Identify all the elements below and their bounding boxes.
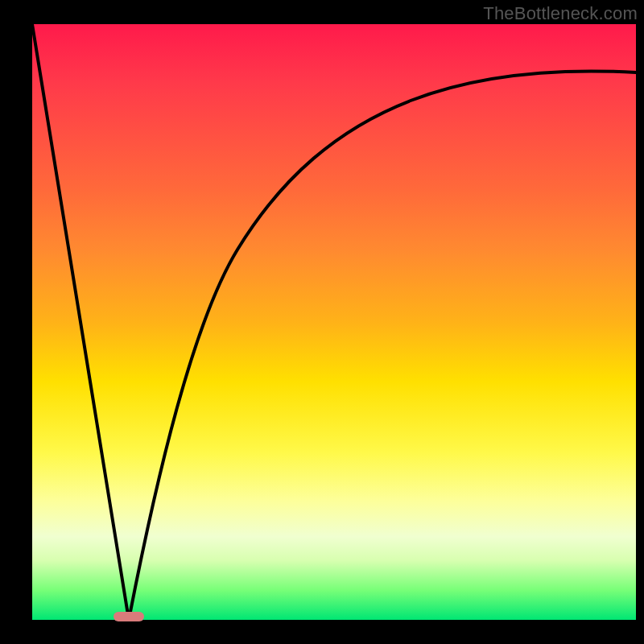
vertex-marker [114, 612, 144, 621]
right-curve [129, 71, 636, 620]
watermark-text: TheBottleneck.com [483, 3, 638, 24]
curve-layer [32, 24, 636, 620]
left-line [32, 24, 129, 620]
plot-area [32, 24, 636, 620]
chart-frame: TheBottleneck.com [0, 0, 644, 644]
